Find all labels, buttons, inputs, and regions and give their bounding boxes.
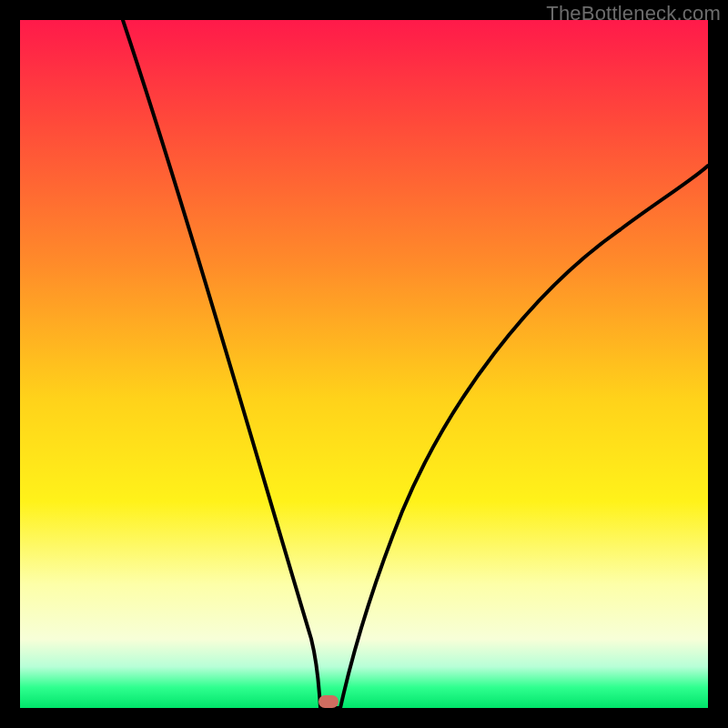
watermark-text: TheBottleneck.com bbox=[546, 2, 721, 25]
chart-plot-area bbox=[20, 20, 708, 708]
curve-right-branch bbox=[340, 166, 708, 708]
curve-left-branch bbox=[123, 20, 320, 708]
optimal-point-marker bbox=[318, 695, 339, 708]
bottleneck-curve bbox=[20, 20, 708, 708]
